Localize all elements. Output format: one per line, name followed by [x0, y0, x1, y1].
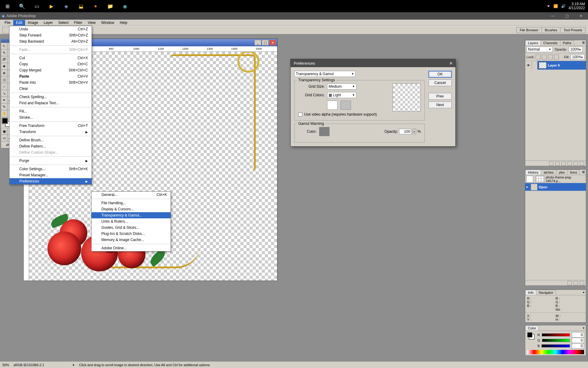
color-profile[interactable]: sRGB IEC61966-2.1 — [13, 363, 44, 367]
layer-opacity-input[interactable]: 100%▸ — [569, 47, 583, 52]
menu-item[interactable]: Step ForwardShft+Ctrl+Z — [9, 32, 92, 38]
opacity-input[interactable]: 100 — [399, 129, 411, 134]
panel-close-icon[interactable]: ⊠ — [582, 170, 585, 174]
gamut-color-swatch[interactable] — [319, 127, 330, 136]
new-layer-icon[interactable] — [574, 161, 578, 166]
menu-file[interactable]: File — [2, 20, 13, 25]
zoom-level[interactable]: 50% — [2, 363, 9, 367]
search-icon[interactable]: 🔍 — [15, 0, 29, 12]
menu-item[interactable]: Fill... — [9, 108, 92, 114]
b-slider[interactable] — [541, 344, 570, 347]
submenu-item[interactable]: File Handling... — [92, 200, 171, 206]
volume-icon[interactable]: 🔊 — [561, 4, 566, 8]
menu-image[interactable]: Image — [25, 20, 41, 25]
move-tool[interactable]: ↖ — [1, 43, 7, 49]
panel-close-icon[interactable]: ⊠ — [582, 41, 585, 44]
submenu-item[interactable]: Memory & Image Cache... — [92, 237, 171, 243]
menu-item[interactable]: CopyCtrl+C — [9, 61, 92, 67]
delete-layer-icon[interactable] — [580, 161, 584, 166]
menu-layer[interactable]: Layer — [41, 20, 55, 25]
clock[interactable]: 3:19 AM 4/11/2022 — [569, 2, 585, 10]
menu-item[interactable]: Stroke... — [9, 114, 92, 121]
video-alpha-checkbox[interactable]: Use video alpha (requires hardware suppo… — [298, 112, 421, 117]
color-swatch-2[interactable] — [341, 101, 351, 110]
menu-item[interactable]: Define Custom Shape... — [9, 149, 92, 155]
tray-icon[interactable]: ⏷ — [547, 4, 550, 8]
dialog-titlebar[interactable]: Preferences ✕ — [291, 59, 455, 67]
b-input[interactable]: 0 — [572, 343, 584, 349]
wifi-icon[interactable]: 📶 — [553, 4, 558, 8]
menu-item[interactable]: Preset Manager... — [9, 172, 92, 178]
menu-item[interactable]: Purge▶ — [9, 158, 92, 164]
panel-tab[interactable]: Layers — [525, 40, 541, 45]
layer-thumbnail[interactable] — [539, 62, 547, 69]
notes-tool[interactable]: ✎ — [1, 103, 7, 110]
quickmask-icon[interactable]: ▣ — [1, 128, 7, 135]
submenu-item[interactable]: General...Ctrl+K — [92, 192, 171, 198]
menu-item[interactable]: Define Pattern... — [9, 143, 92, 149]
minimize-button[interactable]: — — [546, 12, 560, 20]
submenu-item[interactable]: Display & Cursors... — [92, 206, 171, 212]
ok-button[interactable]: OK — [428, 71, 452, 78]
grid-size-select[interactable]: Medium▼ — [327, 83, 356, 90]
panel-tab[interactable]: Paths — [560, 40, 574, 45]
color-spectrum[interactable] — [527, 350, 584, 354]
g-slider[interactable] — [542, 339, 570, 342]
history-snapshot[interactable]: photo-frame-png-24574.p... — [525, 175, 586, 183]
close-button[interactable]: ✕ — [574, 12, 588, 20]
blur-tool[interactable]: ○ — [1, 83, 7, 90]
r-slider[interactable] — [542, 333, 570, 336]
stamp-tool[interactable]: ⊕ — [1, 70, 7, 76]
lasso-tool[interactable]: ✎ — [1, 49, 7, 56]
taskview-icon[interactable]: ▭ — [29, 0, 44, 12]
prev-button[interactable]: Prev — [428, 93, 452, 100]
palette-tab[interactable]: File Browser — [517, 28, 542, 33]
menu-item[interactable]: Paste IntoShft+Ctrl+V — [9, 79, 92, 86]
app-icon[interactable]: ◈ — [59, 0, 74, 12]
menu-item[interactable]: UndoCtrl+Z — [9, 26, 92, 32]
menu-item[interactable]: Color Settings...Shft+Ctrl+K — [9, 166, 92, 172]
lock-position-icon[interactable] — [548, 55, 553, 59]
hand-tool[interactable]: ✋ — [1, 110, 7, 117]
path-tool[interactable]: ↘ — [1, 90, 7, 97]
photoshop-icon[interactable]: ◉ — [118, 0, 132, 12]
panel-tab[interactable]: History — [525, 170, 541, 175]
heal-tool[interactable]: ✚ — [1, 63, 7, 70]
layer-style-icon[interactable] — [549, 161, 553, 166]
app-icon[interactable]: ⬓ — [74, 0, 88, 12]
grid-colors-select[interactable]: ▦ Light▼ — [327, 92, 356, 98]
doc-minimize-button[interactable]: _ — [254, 40, 261, 45]
submenu-item[interactable]: Plug-Ins & Scratch Disks... — [92, 231, 171, 237]
menu-item[interactable]: Clear — [9, 86, 92, 92]
pref-section-select[interactable]: Transparency & Gamut▼ — [294, 71, 356, 77]
tab-color[interactable]: Color — [525, 325, 539, 331]
panel-tab[interactable]: atches — [541, 170, 556, 175]
firefox-icon[interactable]: ● — [88, 0, 103, 12]
doc-close-button[interactable]: ✕ — [269, 40, 276, 45]
r-input[interactable]: 0 — [572, 332, 584, 338]
explorer-icon[interactable]: 📁 — [103, 0, 118, 12]
submenu-item[interactable]: Units & Rulers... — [92, 218, 171, 224]
menu-item[interactable]: Check Spelling... — [9, 94, 92, 100]
submenu-item[interactable]: Transparency & Gamut... — [92, 212, 171, 218]
menu-item[interactable]: Define Brush... — [9, 137, 92, 143]
g-input[interactable]: 0 — [572, 338, 584, 343]
eraser-tool[interactable]: ◫ — [1, 76, 7, 83]
app-icon[interactable]: ▶ — [44, 0, 59, 12]
menu-item[interactable]: Fade...Shft+Ctrl+F — [9, 47, 92, 53]
menu-help[interactable]: Help — [117, 20, 130, 25]
menu-item[interactable]: CutCtrl+X — [9, 55, 92, 61]
history-step[interactable]: ▸ Open — [525, 183, 586, 191]
adjustment-layer-icon[interactable] — [567, 161, 572, 166]
panel-tab[interactable]: tions — [567, 170, 580, 175]
layer-set-icon[interactable] — [561, 161, 566, 166]
palette-tab[interactable]: Brushes — [542, 28, 560, 33]
palette-tab[interactable]: Tool Presets — [560, 28, 585, 33]
tab-navigator[interactable]: Navigator — [536, 290, 556, 295]
panel-tab[interactable]: yles — [556, 170, 568, 175]
link-icon[interactable] — [532, 61, 537, 70]
doc-maximize-button[interactable]: ▢ — [262, 40, 269, 45]
lock-all-icon[interactable] — [554, 55, 559, 59]
menu-window[interactable]: Window — [98, 20, 117, 25]
lock-transparency-icon[interactable] — [536, 55, 541, 59]
